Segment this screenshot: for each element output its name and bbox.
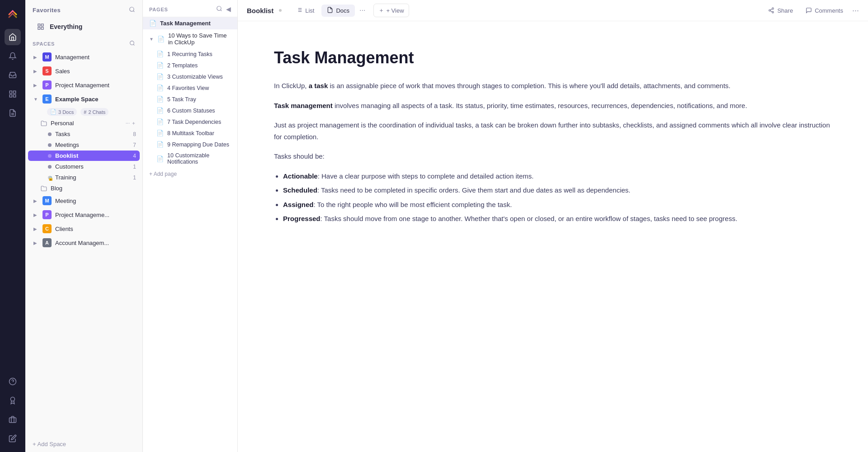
page-doc-icon: 📄 [156, 62, 164, 69]
meetings-list-name: Meetings [55, 141, 129, 148]
personal-folder[interactable]: Personal ··· ＋ [28, 118, 140, 128]
chats-count: 2 Chats [88, 109, 105, 115]
share-icon [768, 7, 774, 14]
grid-nav-icon[interactable] [5, 86, 21, 102]
briefcase-nav-icon[interactable] [5, 411, 21, 428]
svg-rect-15 [41, 27, 43, 29]
page-item-root[interactable]: 📄 Task Management [143, 17, 237, 29]
favorites-label: Favorites [33, 7, 61, 14]
svg-rect-4 [9, 95, 12, 97]
search-icon[interactable] [129, 6, 135, 14]
page-item-recurring[interactable]: 📄 1 Recurring Tasks [143, 48, 237, 60]
comments-button[interactable]: Comments [802, 5, 847, 16]
sidebar-item-example-space[interactable]: ▼ E Example Space [28, 92, 140, 106]
svg-line-12 [133, 11, 135, 12]
meeting-avatar: M [42, 196, 52, 205]
docs-badge[interactable]: 📄 3 Docs [47, 108, 77, 116]
example-space-name: Example Space [55, 96, 135, 103]
home-nav-icon[interactable] [5, 29, 21, 45]
list-item-booklist[interactable]: Booklist 4 [28, 151, 140, 161]
sidebar-item-project-mgmt2[interactable]: ▶ P Project Manageme... [28, 208, 140, 221]
page-item-multitask[interactable]: 📄 8 Multitask Toolbar [143, 127, 237, 139]
list-item-customers[interactable]: Customers 1 [28, 161, 140, 172]
list-item-training[interactable]: 🔒 Training 1 [28, 172, 140, 183]
page-doc-icon: 📄 [156, 96, 164, 103]
booklist-count: 4 [133, 153, 136, 159]
pages-search-icon[interactable] [216, 5, 222, 13]
notepad-nav-icon[interactable] [5, 430, 21, 447]
root-page-label: Task Management [160, 20, 211, 27]
account-mgmt-space-name: Account Managem... [55, 240, 135, 246]
doc-area: Task Management In ClickUp, a task is an… [238, 21, 868, 452]
page-favorites-view-label: 4 Favorites View [167, 85, 209, 91]
page-item-custom-notif[interactable]: 📄 10 Customizable Notifications [143, 150, 237, 167]
pages-collapse-icon[interactable]: ◀ [226, 5, 231, 13]
svg-point-11 [130, 7, 134, 11]
logo[interactable] [5, 5, 21, 22]
page-item-remapping[interactable]: 📄 9 Remapping Due Dates [143, 139, 237, 150]
project-mgmt2-avatar: P [42, 210, 52, 219]
page-item-task-tray[interactable]: 📄 5 Task Tray [143, 94, 237, 105]
list-item-tasks[interactable]: Tasks 8 [28, 129, 140, 139]
doc-icon: 📄 [50, 109, 57, 115]
chevron-right-icon: ▶ [33, 69, 39, 74]
tab-more-button[interactable]: ··· [357, 5, 368, 17]
doc-task-management-desc: Task management involves managing all as… [274, 100, 832, 112]
list-dot-training: 🔒 [48, 176, 52, 179]
tasks-list-name: Tasks [55, 131, 129, 137]
sidebar-item-project-management[interactable]: ▶ P Project Management [28, 78, 140, 92]
list-dot-meetings [48, 143, 52, 147]
svg-point-27 [772, 8, 774, 9]
svg-rect-3 [14, 95, 16, 97]
sidebar-item-clients[interactable]: ▶ C Clients [28, 222, 140, 235]
project-mgmt-space-name: Project Management [55, 82, 135, 89]
pages-actions: ◀ [216, 5, 231, 13]
sidebar-item-sales[interactable]: ▶ S Sales [28, 64, 140, 78]
doc-breakdown-desc: Just as project management is the coordi… [274, 119, 832, 142]
training-count: 1 [133, 174, 136, 181]
management-space-name: Management [55, 54, 135, 61]
page-item-favorites-view[interactable]: 📄 4 Favorites View [143, 82, 237, 94]
page-item-custom-views[interactable]: 📄 3 Customizable Views [143, 71, 237, 82]
inbox-nav-icon[interactable] [5, 67, 21, 83]
sidebar-item-management[interactable]: ▶ M Management [28, 50, 140, 64]
goals-nav-icon[interactable] [5, 392, 21, 409]
page-task-deps-label: 7 Task Dependencies [167, 119, 221, 125]
list-item-meetings[interactable]: Meetings 7 [28, 140, 140, 150]
share-label: Share [777, 7, 793, 14]
docs-nav-icon[interactable] [5, 105, 21, 121]
comments-icon [806, 7, 812, 14]
add-view-button[interactable]: ＋ + View [373, 4, 409, 17]
comments-label: Comments [815, 7, 843, 14]
page-item-10ways[interactable]: ▼ 📄 10 Ways to Save Time in ClickUp [143, 29, 237, 48]
search-spaces-icon[interactable] [129, 40, 135, 47]
list-dot-tasks [48, 132, 52, 136]
svg-line-18 [133, 44, 134, 45]
page-item-task-deps[interactable]: 📄 7 Task Dependencies [143, 116, 237, 127]
sales-avatar: S [42, 66, 52, 75]
everything-item[interactable]: Everything [29, 19, 139, 35]
page-custom-notif-label: 10 Customizable Notifications [167, 152, 231, 165]
blog-folder[interactable]: Blog [28, 183, 140, 193]
tab-docs[interactable]: Docs [321, 5, 355, 17]
chats-badge[interactable]: # 2 Chats [80, 108, 108, 116]
page-item-templates[interactable]: 📄 2 Templates [143, 60, 237, 71]
clients-avatar: C [42, 224, 52, 233]
add-view-label: + View [386, 7, 404, 14]
pages-panel: PAGES ◀ 📄 Task Management ▼ 📄 10 Ways to… [143, 0, 238, 452]
chevron-down-icon: ▼ [149, 37, 154, 42]
tab-list[interactable]: List [291, 5, 320, 17]
page-task-tray-label: 5 Task Tray [167, 96, 196, 103]
folder-actions: ··· ＋ [126, 120, 136, 127]
everything-label: Everything [50, 23, 82, 30]
help-nav-icon[interactable] [5, 373, 21, 390]
add-space-button[interactable]: + Add Space [25, 436, 142, 452]
options-button[interactable]: ··· [852, 6, 859, 15]
list-dot-customers [48, 165, 52, 169]
add-page-button[interactable]: + Add page [143, 167, 237, 181]
bell-nav-icon[interactable] [5, 48, 21, 64]
sidebar-item-account-mgmt[interactable]: ▶ A Account Managem... [28, 236, 140, 250]
share-button[interactable]: Share [764, 5, 797, 16]
page-item-custom-statuses[interactable]: 📄 6 Custom Statuses [143, 105, 237, 116]
sidebar-item-meeting[interactable]: ▶ M Meeting [28, 194, 140, 207]
